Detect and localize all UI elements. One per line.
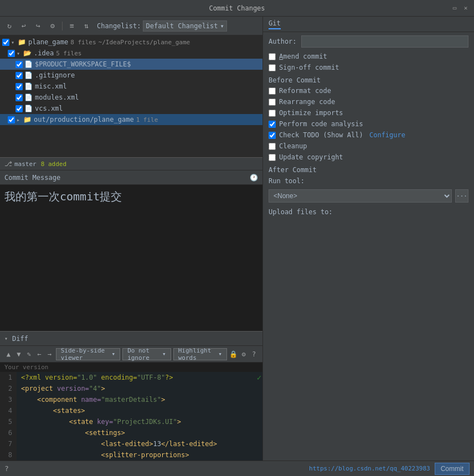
diff-section: ▾ Diff ▲ ▼ ✎ ← → Side-by-side viewer ▾ D… [0,331,262,461]
changelist-dropdown[interactable]: Default Changelist ▾ [143,20,226,32]
rearrange-row[interactable]: Rearrange code [263,96,474,107]
rearrange-checkbox[interactable] [269,99,276,106]
commit-message-label: Commit Message [4,174,60,182]
tree-idea-folder[interactable]: ▾ 📂 .idea 5 files [0,48,262,59]
configure-link[interactable]: Configure [369,131,405,139]
update-copyright-row[interactable]: Update copyright [263,152,474,163]
commit-button[interactable]: Commit [435,463,470,475]
viewer-dropdown[interactable]: Side-by-side viewer ▾ [56,348,120,360]
run-tool-more-button[interactable]: ··· [455,189,468,203]
author-label: Author: [269,38,297,45]
commit-message-text: 我的第一次commit提交 [4,190,122,203]
check-todo-row[interactable]: Check TODO (Show All) Configure [263,130,474,141]
expand-button[interactable]: ≡ [66,20,78,32]
line-num-2: 2 [0,383,17,394]
added-badge: 8 added [41,161,66,168]
optimize-checkbox[interactable] [269,110,276,117]
arrow-right-icon[interactable]: → [45,349,54,360]
update-copyright-checkbox[interactable] [269,154,276,161]
update-copyright-label: Update copyright [279,153,343,161]
commit-message-body[interactable]: 我的第一次commit提交 [0,185,262,331]
amend-commit-row[interactable]: Amend commit [263,51,474,62]
file1-name: .gitignore [35,71,75,79]
line-num-4: 4 [0,405,17,416]
run-tool-select[interactable]: <None> [269,189,452,203]
help-button[interactable]: ? [4,464,9,473]
line-num-7: 7 [0,438,17,449]
diff-toggle-icon[interactable]: ▾ [4,335,8,342]
file2-checkbox[interactable] [16,83,23,90]
line-num-8: 8 [0,449,17,461]
signoff-commit-checkbox[interactable] [269,64,276,71]
out-file-count: 1 file [136,116,158,123]
tree-out-folder[interactable]: ▸ 📁 out/production/plane_game 1 file [0,114,262,125]
changelist-value: Default Changelist [146,22,218,30]
move-button[interactable]: ⇅ [80,20,92,32]
tree-file-3[interactable]: 📄 modules.xml [0,92,262,103]
author-row: Author: [263,32,474,51]
folder-icon: 📂 [23,49,32,57]
commit-message-header: Commit Message 🕐 [0,170,262,185]
project-icon: 📁 [18,38,26,46]
minimize-button[interactable]: ▭ [451,4,458,12]
root-checkbox[interactable] [2,39,9,46]
git-file-icon: 📄 [24,71,33,79]
cleanup-checkbox[interactable] [269,143,276,150]
check-todo-checkbox[interactable] [269,132,276,139]
file0-checkbox[interactable] [16,61,23,68]
arrow-up-icon[interactable]: ▲ [4,349,13,360]
edit-icon[interactable]: ✎ [25,349,33,360]
code-analysis-row[interactable]: Perform code analysis [263,118,474,130]
ignore-dropdown[interactable]: Do not ignore ▾ [122,348,171,360]
right-panel: Git Author: Amend commit Sign-off commit… [263,17,474,461]
out-arrow-icon: ▸ [17,117,22,123]
file1-checkbox[interactable] [16,72,23,79]
reformat-row[interactable]: Reformat code [263,85,474,96]
tree-file-4[interactable]: 📄 vcs.xml [0,103,262,114]
out-checkbox[interactable] [8,116,15,123]
arrow-down-icon[interactable]: ▼ [15,349,23,360]
reformat-checkbox[interactable] [269,87,276,95]
arrow-left-icon[interactable]: ← [35,349,44,360]
tree-file-2[interactable]: 📄 misc.xml [0,81,262,92]
run-tool-label: Run tool: [269,177,305,185]
signoff-commit-row[interactable]: Sign-off commit [263,62,474,73]
reformat-label: Reformat code [279,87,331,95]
optimize-row[interactable]: Optimize imports [263,107,474,118]
diff-toolbar: ▲ ▼ ✎ ← → Side-by-side viewer ▾ Do not i… [0,346,262,363]
diff-title: Diff [12,335,28,343]
amend-commit-checkbox[interactable] [269,53,276,60]
tree-root-item[interactable]: ▾ 📁 plane_game 8 files ~/IdeaProjects/pl… [0,37,262,48]
author-input[interactable] [301,35,468,48]
xml2-file-icon: 📄 [24,82,33,90]
settings-button[interactable]: ⚙ [47,20,59,32]
code-line-3: 3 <component name="masterDetails"> [0,394,262,405]
file0-name: $PRODUCT_WORKSPACE_FILE$ [35,60,131,68]
redo-button[interactable]: ↪ [32,20,44,32]
file3-checkbox[interactable] [16,94,23,101]
line-num-6: 6 [0,427,17,438]
tree-file-0[interactable]: 📄 $PRODUCT_WORKSPACE_FILE$ [0,59,262,70]
before-commit-header: Before Commit [263,73,474,85]
commit-message-section: Commit Message 🕐 我的第一次commit提交 [0,170,262,331]
refresh-button[interactable]: ↻ [3,20,16,32]
git-tab[interactable]: Git [263,17,474,32]
code-line-4: 4 <states> [0,405,262,416]
out-folder-name: out/production/plane_game [34,116,134,123]
undo-button[interactable]: ↩ [18,20,30,32]
tree-file-1[interactable]: 📄 .gitignore [0,70,262,81]
root-file-count: 8 files [70,39,96,46]
idea-checkbox[interactable] [8,50,15,57]
file4-checkbox[interactable] [16,105,23,112]
main-layout: ↻ ↩ ↪ ⚙ ≡ ⇅ Changelist: Default Changeli… [0,17,474,461]
line-content-5: <state key="ProjectJDKs.UI"> [17,416,256,427]
gear-icon[interactable]: ⚙ [240,349,248,360]
line-num-5: 5 [0,416,17,427]
help-icon[interactable]: ? [250,349,258,360]
close-button[interactable]: ✕ [462,4,470,12]
code-analysis-checkbox[interactable] [269,121,276,128]
highlight-dropdown[interactable]: Highlight words ▾ [173,348,227,360]
lock-icon[interactable]: 🔒 [229,349,238,360]
line-content-1: <?xml version="1.0" encoding="UTF-8"?> [17,372,256,383]
cleanup-row[interactable]: Cleanup [263,141,474,152]
